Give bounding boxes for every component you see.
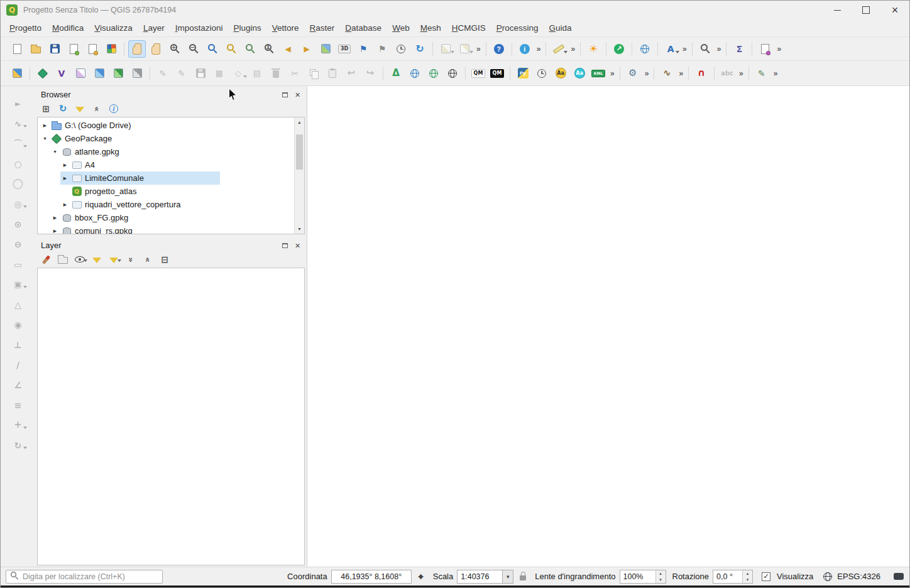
rotate-feature-button[interactable]: ↻ <box>9 437 27 454</box>
circle-by-tangents-button[interactable]: ◎ <box>9 195 27 212</box>
ellipse-from-center-button[interactable]: ⊙ <box>9 215 27 232</box>
add-selected-layers-button[interactable]: ⊞ <box>38 102 53 116</box>
annotation-abc-button[interactable]: abc <box>718 65 736 82</box>
tree-expander-icon[interactable]: ▶ <box>52 229 58 234</box>
add-group-button[interactable] <box>55 253 70 266</box>
magnifier-input[interactable] <box>620 570 655 583</box>
spin-up-icon[interactable] <box>743 570 752 577</box>
vector-edit-tools-button[interactable]: ✎ <box>753 65 770 82</box>
digitize-curve-button[interactable]: ⌒ <box>9 135 27 152</box>
paste-features-button[interactable] <box>324 65 341 82</box>
render-checkbox[interactable] <box>762 572 770 581</box>
expand-all-button[interactable]: » <box>123 253 138 266</box>
tree-expander-icon[interactable]: ▶ <box>52 215 58 220</box>
pan-to-selection-button[interactable] <box>147 40 165 58</box>
coordinate-input[interactable] <box>331 570 412 584</box>
toolbar-overflow-icon[interactable]: » <box>608 69 616 78</box>
new-print-layout-button[interactable] <box>65 40 82 58</box>
tree-expander-icon[interactable]: ▶ <box>62 163 69 168</box>
locator-input[interactable] <box>23 572 158 581</box>
toggle-editing-button[interactable]: ✎ <box>173 65 190 82</box>
browser-item-comuni-rs-gpkg[interactable]: ▶comuni_rs.gpkg <box>38 224 294 234</box>
zoom-in-button[interactable]: + <box>166 40 184 58</box>
modify-attributes-button[interactable]: ▤ <box>248 65 266 82</box>
kml-tools-button[interactable]: KML <box>589 65 607 82</box>
select-features-button[interactable] <box>437 40 454 58</box>
zoom-to-layer-button[interactable] <box>241 40 259 58</box>
temporal-controller-button[interactable] <box>392 40 410 58</box>
offset-curve-button[interactable]: ≡ <box>9 396 27 413</box>
search-layers-button[interactable] <box>696 40 714 58</box>
menu-plugins[interactable]: Plugins <box>228 21 266 35</box>
metasearch-button[interactable] <box>406 65 424 82</box>
zoom-next-button[interactable]: ▶ <box>298 40 315 58</box>
circle-3-points-button[interactable]: ◯ <box>9 175 27 192</box>
rotation-input[interactable] <box>713 570 742 583</box>
minimize-button[interactable] <box>823 1 852 19</box>
statistical-summary-button[interactable]: Σ <box>730 40 748 58</box>
web-globe-plugin-button[interactable] <box>425 65 442 82</box>
toolbar-overflow-icon[interactable]: » <box>569 45 576 53</box>
help-button[interactable]: ? <box>490 40 508 58</box>
new-geopackage-layer-button[interactable] <box>34 65 52 82</box>
maximize-button[interactable] <box>852 1 880 19</box>
scroll-up-icon[interactable] <box>295 117 304 127</box>
locator-bar[interactable] <box>6 570 163 584</box>
processing-toolbox-button[interactable]: ⚙ <box>624 65 642 82</box>
quickmapservices-button[interactable]: QM <box>469 65 487 82</box>
share-project-button[interactable]: ↗ <box>610 40 628 58</box>
open-project-button[interactable] <box>27 40 45 58</box>
render-label[interactable]: Visualizza <box>777 572 813 581</box>
regular-polygon-button[interactable]: △ <box>9 296 27 313</box>
new-3d-map-view-button[interactable]: 3D <box>336 40 353 58</box>
menu-raster[interactable]: Raster <box>305 21 340 35</box>
new-spatialite-layer-button[interactable] <box>90 65 108 82</box>
remove-layer-button[interactable]: ⊟ <box>157 253 172 266</box>
crs-globe-icon[interactable] <box>822 572 833 581</box>
zoom-to-selection-button[interactable] <box>222 40 240 58</box>
filter-legend-button[interactable] <box>89 253 104 266</box>
messages-icon[interactable] <box>893 573 904 580</box>
toolbar-overflow-icon[interactable]: » <box>677 69 684 78</box>
toolbar-overflow-icon[interactable]: » <box>775 45 782 53</box>
save-project-button[interactable] <box>46 40 63 58</box>
menu-database[interactable]: Database <box>340 21 386 35</box>
style-manager-button[interactable] <box>102 40 120 58</box>
menu-hcmgis[interactable]: HCMGIS <box>447 21 491 35</box>
scale-lock-icon[interactable] <box>517 572 529 580</box>
toolbar-overflow-icon[interactable]: » <box>474 45 482 53</box>
menu-impostazioni[interactable]: Impostazioni <box>170 21 228 35</box>
close-button[interactable] <box>880 1 909 19</box>
copy-features-button[interactable] <box>305 65 322 82</box>
browser-item-atlante-gpkg[interactable]: ▼atlante.gpkg <box>38 145 294 158</box>
trim-extend-button[interactable]: ⊥ <box>9 336 27 353</box>
digitize-line-button[interactable]: ∿ <box>9 115 27 132</box>
identify-features-button[interactable]: i <box>516 40 534 58</box>
menu-visualizza[interactable]: Visualizza <box>89 21 138 35</box>
ellipse-extent-button[interactable]: ⊖ <box>9 236 27 253</box>
browser-item-g-google-drive[interactable]: ▶G:\ (Google Drive) <box>38 119 294 132</box>
menu-mesh[interactable]: Mesh <box>415 21 446 35</box>
current-edits-button[interactable]: ✎ <box>154 65 172 82</box>
quickmapservices-dark-button[interactable]: QM <box>488 65 506 82</box>
geometry-checker-button[interactable]: Δ <box>387 65 405 82</box>
filter-browser-button[interactable] <box>72 102 87 116</box>
scrollbar-track[interactable] <box>295 127 304 224</box>
scroll-down-icon[interactable] <box>295 224 304 234</box>
deselect-features-button[interactable] <box>456 40 473 58</box>
scale-dropdown-icon[interactable] <box>502 570 513 584</box>
scale-combobox[interactable] <box>457 570 513 584</box>
tree-expander-icon[interactable]: ▶ <box>62 176 69 181</box>
split-features-button[interactable]: / <box>9 356 27 373</box>
magnifier-spinbox[interactable] <box>620 570 666 584</box>
new-map-view-button[interactable] <box>317 40 334 58</box>
tree-expander-icon[interactable]: ▼ <box>41 136 48 141</box>
tree-expander-icon[interactable]: ▼ <box>52 150 58 154</box>
browser-close-button[interactable] <box>292 90 303 100</box>
move-feature-button[interactable]: + <box>9 416 27 433</box>
new-mesh-layer-button[interactable] <box>109 65 127 82</box>
tree-expander-icon[interactable]: ▶ <box>41 123 48 128</box>
scrollbar-thumb[interactable] <box>296 134 303 170</box>
browser-item-limitecomunale[interactable]: ▶LimiteComunale <box>38 172 294 185</box>
save-layer-edits-button[interactable] <box>192 65 209 82</box>
